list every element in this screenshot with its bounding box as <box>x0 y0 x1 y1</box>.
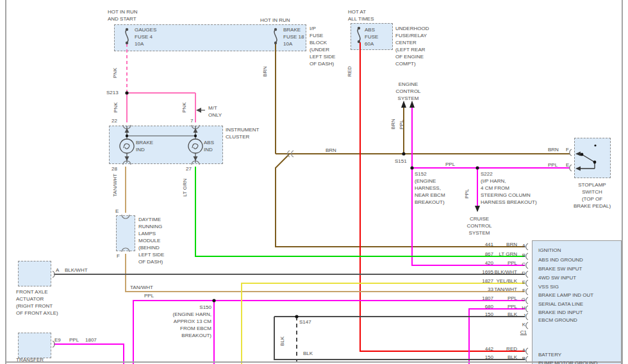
frame-bottom <box>5 361 623 363</box>
splice-dot-s151 <box>402 152 405 155</box>
cruise-control-system-label: CRUISE CONTROL SYSTEM <box>459 215 499 236</box>
ebcm-c1-color-B: LT GRN <box>471 251 517 258</box>
cluster-pin-7: 7 <box>190 117 193 124</box>
ppl-wire-label-transfer: PPL <box>69 336 79 343</box>
ebcm-c1-label: C1 <box>511 329 527 336</box>
pin-arc-c1-F <box>526 288 528 295</box>
drl-pin-f: F <box>117 252 120 260</box>
fuse-terminal-dot <box>126 28 128 31</box>
splice-s213-label: S213 <box>106 89 119 96</box>
splice-s147-label: S147 <box>299 318 311 326</box>
ip-fuse-block-label: I/P FUSE BLOCK (UNDER LEFT SIDE OF DASH) <box>310 25 335 67</box>
ebcm-c1-color-F: TAN/WHT <box>471 286 517 293</box>
ebcm-c1-color-D: BLK/WHT <box>471 269 517 276</box>
ebcm-c1-function-A: IGNITION <box>538 247 561 254</box>
cluster-pin-22: 22 <box>112 117 117 124</box>
fuse-terminal-dot <box>274 28 277 31</box>
brake-ind-bulb-icon <box>120 139 134 153</box>
front-axle-actuator-label: FRONT AXLE ACTUATOR (RIGHT FRONT OF FRON… <box>16 288 58 317</box>
pin-arc-c1-J <box>526 313 528 320</box>
pin-arc-stoplamp-e <box>570 165 572 171</box>
stoplamp-contact-dot <box>581 153 584 156</box>
ebcm-c2-function-A: BATTERY <box>538 351 561 358</box>
tanwht-wire-label-row: TAN/WHT <box>130 284 153 291</box>
pin-arc-c1-D <box>526 271 528 277</box>
ebcm-c1-function-B: ABS IND GROUND <box>538 256 583 263</box>
ppl-wire-label-ecs: PPL <box>399 120 405 129</box>
transfer-circuit-1807: 1807 <box>85 336 97 343</box>
ebcm-c1-function-G: SERIAL DATA LINE <box>538 301 583 308</box>
ebcm-c1-color-C: PPL <box>471 260 517 267</box>
ppl-wire-label-row: PPL <box>144 292 154 299</box>
stoplamp-pin-f: F <box>566 146 569 153</box>
pin-arc-c1-B <box>526 253 528 260</box>
pin-arc-drl-f <box>122 248 129 252</box>
tanwht-wire-label-cluster: TAN/WHT <box>112 174 119 197</box>
ebcm-c1-function-H: BRAKE IND INPUT <box>538 309 583 316</box>
fuse-terminal-dot <box>358 27 360 29</box>
pin-arc-c1-K <box>526 322 528 329</box>
splice-s222-label: S222 (I/P HARN, 4 CM FROM STEERING COLUM… <box>481 170 537 206</box>
brake-ind-label: BRAKE IND <box>136 139 153 153</box>
ebcm-c1-color-A: BRN <box>471 241 517 248</box>
stoplamp-pin-e: E <box>566 161 569 169</box>
blkwht-wire-label-frontaxle: BLK/WHT <box>65 267 88 274</box>
blk-wire-label-bottom: BLK <box>303 350 313 357</box>
pin-arc-front-axle-a <box>53 271 54 277</box>
hot-at-all-times-label: HOT AT ALL TIMES <box>348 8 374 22</box>
ebcm-c1-function-J: EBCM GROUND <box>538 317 577 324</box>
cruise-control-arrow <box>475 206 480 212</box>
splice-dot-s150 <box>212 299 215 302</box>
pin-arc-drl-e <box>122 215 129 219</box>
ebcm-c2-color-A: RED <box>471 345 517 352</box>
brn-wire-label-stoplamp: BRN <box>548 146 559 153</box>
pnk-wire-label-pin22: PNK <box>113 103 119 113</box>
cluster-pin-27: 27 <box>186 165 192 172</box>
cluster-pin-28: 28 <box>112 165 117 172</box>
brn-wire-label-fuse: BRN <box>262 66 269 77</box>
ebcm-c1-color-G: PPL <box>471 295 517 302</box>
transfer-pin-e9: E9 <box>54 336 61 343</box>
splice-dot-s213 <box>125 91 128 94</box>
front-axle-pin-a: A <box>56 267 59 274</box>
ebcm-c1-pin-letter-K: K <box>515 321 525 328</box>
pnk-wire-label-fuse: PNK <box>112 68 119 78</box>
fuse-terminal-dot <box>126 42 128 44</box>
pin-arc-c1-C <box>526 262 528 269</box>
pin-arc-c1-H <box>526 306 528 312</box>
hot-in-run-and-start-label: HOT IN RUN AND START <box>108 8 138 22</box>
splice-dot-s152 <box>410 166 413 169</box>
ppl-wire-label-main: PPL <box>445 161 455 168</box>
red-wire-label-fuse: RED <box>347 66 353 77</box>
pin-arc-c1-G <box>526 297 528 304</box>
stoplamp-pivot-dot <box>593 161 597 164</box>
wiring-diagram: HOT IN RUN AND START GAUGES FUSE 4 10A H… <box>0 0 628 364</box>
pin-arc-stoplamp-f <box>570 149 572 156</box>
fuse-terminal-dot <box>358 40 360 43</box>
mt-only-label: M/T ONLY <box>208 104 222 119</box>
splice-s152-label: S152 (ENGINE HARNESS, NEAR EBCM BREAKOUT… <box>415 170 445 206</box>
blk-wire-label-s147: BLK <box>279 336 286 346</box>
pin-arc-c1-E <box>526 280 528 286</box>
brn-wire-label-main: BRN <box>326 147 336 154</box>
pin-arc-c2-A <box>526 348 528 354</box>
abs-fuse-label: ABS FUSE 60A <box>365 26 378 47</box>
splice-s151-label: S151 <box>395 158 407 165</box>
ebcm-c1-color-E: YEL/BLK <box>471 277 517 285</box>
cluster-junction-dot <box>194 135 197 137</box>
ppl-wire-label-cruise: PPL <box>464 189 470 199</box>
ebcm-c2-function-B: PUMP MOTOR GROUND <box>538 360 598 364</box>
drl-module-label: DAYTIME RUNNING LAMPS MODULE (BEHIND LEF… <box>138 216 164 265</box>
stoplamp-open-contact-dot <box>594 144 596 146</box>
gauges-fuse-symbol <box>126 29 128 42</box>
ebcm-c1-function-D: 4WD SW INPUT <box>538 274 576 281</box>
cluster-arrow-down-28 <box>125 156 129 161</box>
pin-arc-c1-A <box>526 244 528 250</box>
frame-left <box>5 0 6 364</box>
ppl-wire-label-stoplamp: PPL <box>548 161 558 169</box>
brake-fuse-label: BRAKE FUSE 18 10A <box>283 26 304 47</box>
ebcm-c1-function-F: BRAKE LAMP IND OUT <box>538 292 593 299</box>
abs-ind-filament <box>192 144 198 149</box>
ebcm-c1-function-E: VSS SIG <box>538 283 559 290</box>
drl-pin-e: E <box>115 208 119 215</box>
